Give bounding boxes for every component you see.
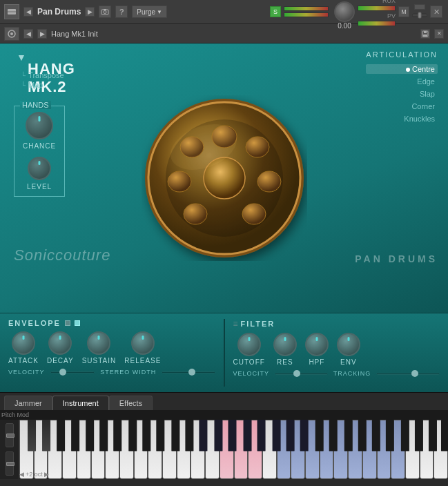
transpose-link[interactable]: Transpose: [28, 71, 64, 79]
white-key[interactable]: [420, 420, 434, 479]
white-key-blue[interactable]: [348, 420, 362, 479]
white-key[interactable]: [77, 420, 91, 479]
white-key[interactable]: [205, 420, 220, 479]
white-key-pink[interactable]: [220, 420, 234, 479]
white-key-blue[interactable]: [377, 420, 391, 479]
sustain-knob[interactable]: [87, 331, 110, 355]
white-key[interactable]: [91, 420, 106, 479]
articulation-knuckles[interactable]: Knuckles: [366, 114, 438, 124]
white-key-blue[interactable]: [333, 420, 348, 479]
purge-button[interactable]: Purge ▼: [132, 6, 167, 18]
keyboard-section: Pitch Mod: [0, 410, 448, 479]
nav-arrow-right[interactable]: ▶: [85, 7, 95, 17]
attack-label: ATTACK: [8, 357, 39, 364]
articulation-centre[interactable]: Centre: [366, 64, 438, 74]
white-key[interactable]: [434, 420, 448, 479]
white-key[interactable]: [48, 420, 62, 479]
cutoff-knob[interactable]: [237, 333, 261, 356]
map-link[interactable]: Map: [28, 81, 43, 89]
chance-knob[interactable]: [26, 112, 53, 139]
top-bar: ◀ Pan Drums ▶ ? Purge ▼ S Tune 0.00 RUX …: [0, 0, 448, 24]
res-knob[interactable]: [273, 333, 297, 356]
white-key-blue[interactable]: [291, 420, 305, 479]
white-key[interactable]: [405, 420, 420, 479]
vu-meter-r: [358, 6, 396, 11]
white-key[interactable]: [262, 420, 277, 479]
white-key[interactable]: [134, 420, 148, 479]
tune-value: 0.00: [338, 22, 351, 30]
pitch-bend-slider[interactable]: [6, 423, 14, 447]
articulation-corner[interactable]: Corner: [366, 101, 438, 111]
cutoff-group: CUTOFF: [233, 333, 265, 366]
env-knob[interactable]: [337, 333, 360, 356]
release-knob[interactable]: [131, 331, 155, 355]
mod-wheel-slider[interactable]: [6, 451, 14, 476]
pitch-controls: [0, 420, 19, 479]
envelope-indicator2[interactable]: [75, 320, 80, 326]
decay-group: DECAY: [47, 331, 74, 364]
camera-icon[interactable]: [99, 6, 111, 18]
decay-knob[interactable]: [48, 331, 72, 355]
level-fader[interactable]: [414, 4, 425, 10]
mod-wheel-thumb[interactable]: [6, 462, 14, 466]
subtitle-area: └ Transpose └ Map: [21, 71, 64, 89]
oct-arrow-right[interactable]: ▶: [44, 471, 49, 478]
white-key[interactable]: [191, 420, 205, 479]
level-knob[interactable]: [28, 157, 51, 180]
white-key-pink[interactable]: [234, 420, 249, 479]
svg-rect-4: [104, 9, 106, 10]
white-key-blue[interactable]: [362, 420, 377, 479]
tune-section: S Tune 0.00 RUX PV M ✕: [270, 0, 448, 30]
articulation-slap[interactable]: Slap: [366, 89, 438, 99]
pan-knob[interactable]: [412, 11, 427, 19]
title-dropdown-arrow[interactable]: ▼: [17, 52, 26, 63]
save-icon[interactable]: [420, 29, 430, 39]
preset-arrow-left[interactable]: ◀: [23, 29, 33, 39]
white-key-blue[interactable]: [277, 420, 291, 479]
nav-arrow-left[interactable]: ◀: [23, 7, 33, 17]
sustain-group: SUSTAIN: [82, 331, 117, 364]
white-key[interactable]: [162, 420, 177, 479]
white-key[interactable]: [105, 420, 119, 479]
white-key-pink[interactable]: [248, 420, 262, 479]
white-key[interactable]: [119, 420, 134, 479]
tab-jammer[interactable]: Jammer: [4, 396, 52, 410]
delete-icon[interactable]: ✕: [434, 29, 444, 39]
white-key[interactable]: [177, 420, 191, 479]
svg-point-22: [184, 204, 207, 224]
hpf-knob[interactable]: [305, 333, 329, 356]
white-key[interactable]: [148, 420, 162, 479]
envelope-indicator1[interactable]: [65, 320, 70, 326]
info-icon[interactable]: ?: [115, 6, 128, 18]
brand-name: Soniccouture: [14, 246, 110, 264]
white-key-blue[interactable]: [305, 420, 320, 479]
stereo-width-slider[interactable]: [162, 371, 215, 373]
logo-icon: [4, 27, 19, 41]
main-area: HANG MK.2 ▼ └ Transpose └ Map: [0, 43, 448, 313]
rux-label: RUX: [358, 0, 396, 4]
tab-effects[interactable]: Effects: [109, 396, 153, 410]
tune-knob[interactable]: [334, 1, 355, 22]
white-key-blue[interactable]: [391, 420, 405, 479]
preset-arrow-right[interactable]: ▶: [37, 29, 47, 39]
s-button[interactable]: S: [270, 6, 281, 17]
velocity-slider[interactable]: [50, 371, 95, 373]
attack-knob[interactable]: [12, 331, 35, 355]
articulation-edge[interactable]: Edge: [366, 77, 438, 86]
hang-drum-image: [142, 95, 307, 261]
tab-instrument[interactable]: Instrument: [52, 396, 109, 410]
tracking-slider[interactable]: [376, 373, 440, 375]
filter-velocity-slider[interactable]: [275, 373, 328, 375]
white-key[interactable]: [62, 420, 77, 479]
pv-label: PV: [358, 12, 396, 19]
pitch-bend-thumb[interactable]: [6, 434, 14, 438]
close-icon[interactable]: ✕: [430, 6, 442, 18]
filter-velocity-label: VELOCITY: [233, 370, 270, 377]
m-button[interactable]: M: [398, 6, 409, 17]
product-name: PAN DRUMS: [355, 253, 438, 264]
envelope-title: ENVELOPE: [8, 319, 61, 327]
white-key-blue[interactable]: [320, 420, 334, 479]
oct-arrow-left[interactable]: ◀: [19, 471, 24, 478]
svg-point-3: [104, 11, 106, 14]
filter-title: FILTER: [241, 320, 275, 328]
